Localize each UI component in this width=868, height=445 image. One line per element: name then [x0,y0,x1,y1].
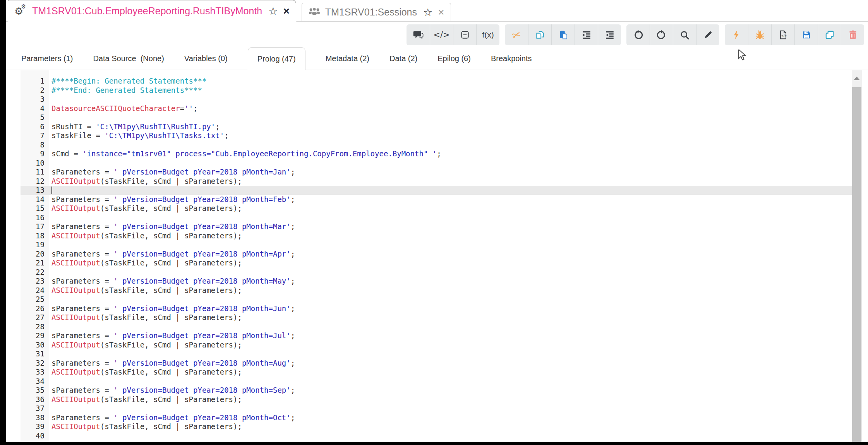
code-view-button[interactable]: </> [430,24,453,45]
redo-icon [656,30,667,40]
code-line[interactable]: 30ASCIIOutput(sTaskFile, sCmd | sParamet… [6,341,852,350]
code-line[interactable]: 11sParameters = ' pVersion=Budget pYear=… [6,168,852,177]
outdent-button[interactable] [598,24,621,45]
code-line[interactable]: 35sParameters = ' pVersion=Budget pYear=… [6,386,852,395]
code-text [45,113,51,122]
line-number: 33 [6,368,45,377]
process-section-tabs: Parameters (1)Data Source (None)Variable… [6,47,868,70]
code-text: ASCIIOutput(sTaskFile, sCmd | sParameter… [45,368,242,377]
doc-tab-sessions[interactable]: TM1SRV01:Sessions ☆ × [302,3,451,21]
cut-button[interactable]: ✂ [505,24,528,45]
code-line[interactable]: 31 [6,349,852,359]
line-number: 12 [6,177,45,186]
code-line[interactable]: 24ASCIIOutput(sTaskFile, sCmd | sParamet… [6,286,852,295]
code-line[interactable]: 38sParameters = ' pVersion=Budget pYear=… [6,413,852,423]
comment-button[interactable] [407,24,430,45]
view-source-button[interactable]: </> [771,24,794,45]
function-list-button[interactable]: f(x) [476,24,499,45]
paste-button[interactable] [551,24,575,45]
code-line[interactable]: 23sParameters = ' pVersion=Budget pYear=… [6,277,852,286]
code-line[interactable]: 22 [6,268,852,277]
close-icon[interactable]: × [438,7,444,18]
redo-button[interactable] [650,24,673,45]
code-line[interactable]: 29sParameters = ' pVersion=Budget pYear=… [6,331,852,341]
code-line[interactable]: 9sCmd = 'instance="tm1srv01" process="Cu… [6,149,852,159]
code-text: sParameters = ' pVersion=Budget pYear=20… [45,250,295,259]
tab-data-source-none[interactable]: Data Source (None) [93,54,164,63]
copy-button[interactable] [528,24,551,45]
tab-parameters-1[interactable]: Parameters (1) [21,54,73,63]
code-line[interactable]: 28 [6,322,852,332]
code-text: ASCIIOutput(sTaskFile, sCmd | sParameter… [45,313,242,322]
code-line[interactable]: 34 [6,377,852,386]
code-line[interactable]: 36ASCIIOutput(sTaskFile, sCmd | sParamet… [6,395,852,404]
code-line[interactable]: 19 [6,240,852,250]
code-line[interactable]: 5 [6,113,852,122]
code-line[interactable]: 13 [6,186,852,195]
code-line[interactable]: 3 [6,95,852,104]
code-line[interactable]: 4DatasourceASCIIQuoteCharacter=''; [6,104,852,113]
comment-icon [413,30,424,40]
code-text: sTaskFile = 'C:\TM1py\RushTI\Tasks.txt'; [45,131,229,140]
code-text [45,159,51,168]
collapse-regions-button[interactable] [453,24,476,45]
cut-icon: ✂ [512,29,521,41]
code-line[interactable]: 32sParameters = ' pVersion=Budget pYear=… [6,359,852,368]
close-icon[interactable]: × [283,6,289,17]
indent-button[interactable] [575,24,598,45]
tab-prolog-47[interactable]: Prolog (47) [248,47,305,70]
undo-button[interactable] [626,24,650,45]
tab-breakpoints[interactable]: Breakpoints [491,54,532,63]
vertical-scrollbar[interactable] [852,70,862,442]
code-line[interactable]: 27ASCIIOutput(sTaskFile, sCmd | sParamet… [6,313,852,322]
code-line[interactable]: 37 [6,404,852,413]
code-line[interactable]: 17sParameters = ' pVersion=Budget pYear=… [6,222,852,231]
code-line[interactable]: 6sRushTI = 'C:\TM1py\RushTI\RushTI.py'; [6,122,852,132]
doc-tab-process[interactable]: ⚙⚙ TM1SRV01:Cub.EmployeeReporting.RushTI… [8,0,296,22]
gears-icon: ⚙⚙ [14,5,27,17]
code-line[interactable]: 26sParameters = ' pVersion=Budget pYear=… [6,304,852,313]
code-line[interactable]: 18ASCIIOutput(sTaskFile, sCmd | sParamet… [6,231,852,241]
edit-button[interactable] [696,24,719,45]
tab-metadata-2[interactable]: Metadata (2) [326,54,369,63]
code-line[interactable]: 10 [6,159,852,168]
delete-button[interactable] [841,24,864,45]
code-line[interactable]: 25 [6,295,852,304]
find-button[interactable] [673,24,696,45]
duplicate-button[interactable] [818,24,841,45]
code-line[interactable]: 20sParameters = ' pVersion=Budget pYear=… [6,250,852,259]
code-line[interactable]: 12ASCIIOutput(sTaskFile, sCmd | sParamet… [6,177,852,186]
line-number: 6 [6,122,45,132]
scrollbar-thumb[interactable] [852,87,861,442]
code-line[interactable]: 7sTaskFile = 'C:\TM1py\RushTI\Tasks.txt'… [6,131,852,140]
code-line[interactable]: 33ASCIIOutput(sTaskFile, sCmd | sParamet… [6,368,852,377]
code-text [45,431,51,441]
line-number: 16 [6,213,45,222]
line-number: 28 [6,322,45,332]
code-editor[interactable]: 1#****Begin: Generated Statements***2#**… [6,70,868,442]
favorite-icon[interactable]: ☆ [423,7,432,17]
code-line[interactable]: 15ASCIIOutput(sTaskFile, sCmd | sParamet… [6,204,852,213]
debug-button[interactable] [748,24,771,45]
code-line[interactable]: 21ASCIIOutput(sTaskFile, sCmd | sParamet… [6,258,852,268]
code-line[interactable]: 40 [6,431,852,441]
tab-variables-0[interactable]: Variables (0) [184,54,228,63]
code-line[interactable]: 14sParameters = ' pVersion=Budget pYear=… [6,195,852,204]
tab-data-2[interactable]: Data (2) [389,54,417,63]
code-line[interactable]: 2#****End: Generated Statements**** [6,86,852,95]
code-text: sParameters = ' pVersion=Budget pYear=20… [45,168,295,177]
tab-epilog-6[interactable]: Epilog (6) [437,54,471,63]
undo-icon [633,30,643,40]
run-button[interactable] [725,24,748,45]
save-button[interactable] [794,24,818,45]
code-line[interactable]: 8 [6,140,852,150]
favorite-icon[interactable]: ☆ [268,6,278,16]
code-line[interactable]: 39ASCIIOutput(sTaskFile, sCmd | sParamet… [6,422,852,431]
code-text: sParameters = ' pVersion=Budget pYear=20… [45,277,295,286]
scroll-up-button[interactable] [852,70,862,86]
window-left-edge [0,0,6,445]
code-line[interactable]: 1#****Begin: Generated Statements*** [6,77,852,86]
line-number: 21 [6,258,45,268]
code-text [45,295,51,304]
code-line[interactable]: 16 [6,213,852,222]
